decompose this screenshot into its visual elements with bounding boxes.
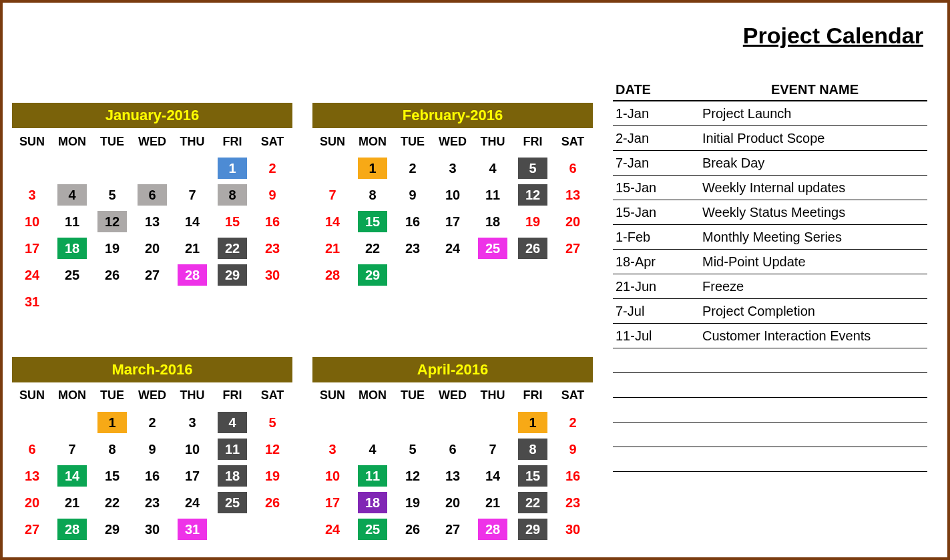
month-title: March-2016 — [12, 357, 292, 382]
day-number: 4 — [362, 439, 383, 460]
day-number: 12 — [402, 465, 423, 487]
event-row-empty — [613, 398, 927, 423]
day-number: 27 — [21, 519, 43, 540]
weekday-header: FRI — [513, 128, 553, 155]
day-cell — [433, 262, 473, 288]
day-number: 9 — [142, 439, 163, 460]
event-row: 2-JanInitial Product Scope — [613, 126, 927, 151]
day-cell: 18 — [473, 208, 513, 235]
day-cell: 7 — [312, 182, 352, 208]
day-cell: 9 — [252, 182, 292, 208]
day-number: 20 — [562, 211, 583, 232]
day-cell: 15 — [352, 208, 393, 235]
day-number: 18 — [482, 211, 503, 232]
month-title: January-2016 — [12, 103, 292, 128]
events-table: DATE EVENT NAME 1-JanProject Launch2-Jan… — [613, 82, 927, 472]
day-cell: 29 — [352, 262, 393, 288]
day-cell: 18 — [52, 235, 92, 262]
day-cell: 23 — [252, 235, 292, 262]
day-cell — [52, 288, 92, 315]
weekday-header: SAT — [252, 382, 292, 409]
week-row: 13141516171819 — [12, 463, 292, 489]
day-number: 16 — [142, 465, 163, 487]
day-number: 11 — [482, 184, 503, 206]
day-number: 12 — [518, 184, 547, 206]
day-number: 19 — [262, 465, 283, 487]
day-cell: 2 — [393, 155, 433, 182]
event-name: Freeze — [702, 279, 927, 294]
day-cell: 10 — [172, 436, 212, 463]
day-number: 20 — [21, 492, 43, 513]
event-date: 15-Jan — [613, 180, 702, 196]
day-number: 7 — [61, 439, 83, 460]
weekday-header-row: SUNMONTUEWEDTHUFRISAT — [12, 128, 292, 155]
day-cell: 8 — [212, 182, 252, 208]
day-cell — [352, 409, 393, 436]
day-number: 15 — [101, 465, 123, 487]
event-date: 15-Jan — [613, 205, 702, 220]
day-cell: 18 — [212, 463, 252, 489]
day-number: 3 — [442, 158, 463, 179]
day-cell: 11 — [212, 436, 252, 463]
day-number: 22 — [518, 492, 547, 513]
day-cell — [12, 409, 52, 436]
day-cell: 24 — [312, 516, 352, 543]
day-number: 2 — [402, 158, 423, 179]
day-number: 5 — [101, 184, 123, 206]
day-number: 6 — [138, 184, 167, 206]
day-number: 19 — [402, 492, 423, 513]
day-cell: 9 — [132, 436, 172, 463]
project-calendar-document: January-2016SUNMONTUEWEDTHUFRISAT1234567… — [0, 0, 950, 560]
day-cell — [252, 516, 292, 543]
day-number: 6 — [21, 439, 43, 460]
day-number: 7 — [182, 184, 203, 206]
day-cell: 30 — [132, 516, 172, 543]
day-cell — [312, 155, 352, 182]
day-cell: 6 — [12, 436, 52, 463]
weekday-header: MON — [352, 128, 393, 155]
day-number: 30 — [262, 264, 283, 286]
day-number: 29 — [518, 519, 547, 540]
day-cell: 10 — [312, 463, 352, 489]
month-calendar: April-2016SUNMONTUEWEDTHUFRISAT123456789… — [312, 357, 593, 551]
day-number: 24 — [442, 238, 463, 259]
day-number: 20 — [442, 492, 463, 513]
weekday-header: SUN — [312, 128, 352, 155]
day-cell — [172, 155, 212, 182]
event-row-empty — [613, 348, 927, 373]
day-number: 8 — [518, 439, 547, 460]
event-date: 7-Jul — [613, 304, 702, 319]
day-cell — [132, 155, 172, 182]
weekday-header: WED — [132, 128, 172, 155]
day-number: 19 — [522, 211, 543, 232]
day-cell: 15 — [212, 208, 252, 235]
day-cell: 14 — [172, 208, 212, 235]
day-number: 4 — [482, 158, 503, 179]
event-row: 1-FebMonthly Meeting Series — [613, 225, 927, 250]
day-cell — [393, 409, 433, 436]
day-cell: 13 — [132, 208, 172, 235]
day-number: 3 — [322, 439, 343, 460]
day-number: 2 — [562, 412, 583, 433]
day-cell: 12 — [252, 436, 292, 463]
day-number: 18 — [358, 492, 387, 513]
day-number: 26 — [518, 238, 547, 259]
week-row: 31 — [12, 288, 292, 315]
weekday-header: THU — [172, 382, 212, 409]
day-number: 22 — [362, 238, 383, 259]
day-cell: 12 — [92, 208, 132, 235]
event-date: 1-Feb — [613, 230, 702, 245]
day-number: 14 — [57, 465, 87, 487]
calendar-grid: January-2016SUNMONTUEWEDTHUFRISAT1234567… — [12, 9, 593, 551]
day-cell: 12 — [513, 182, 553, 208]
day-cell: 14 — [312, 208, 352, 235]
day-cell: 23 — [393, 235, 433, 262]
day-cell — [92, 288, 132, 315]
day-cell: 8 — [92, 436, 132, 463]
day-number: 12 — [97, 211, 127, 232]
day-number: 29 — [358, 264, 387, 286]
day-number: 16 — [402, 211, 423, 232]
week-row: 123456 — [312, 155, 593, 182]
day-cell: 6 — [553, 155, 593, 182]
day-number: 15 — [222, 211, 243, 232]
